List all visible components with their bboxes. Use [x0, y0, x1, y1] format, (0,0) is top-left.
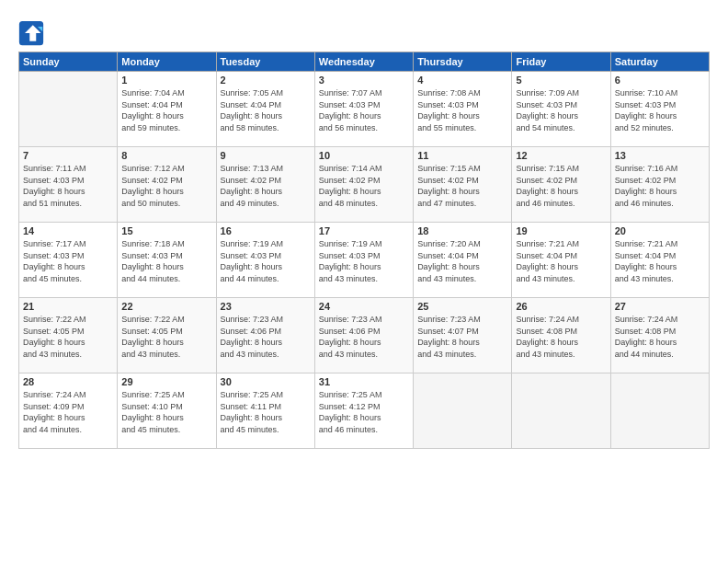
day-number: 21: [23, 301, 113, 312]
day-number: 18: [417, 225, 507, 236]
day-info: Sunrise: 7:05 AM Sunset: 4:04 PM Dayligh…: [221, 87, 311, 133]
day-number: 10: [319, 150, 409, 161]
day-info: Sunrise: 7:22 AM Sunset: 4:05 PM Dayligh…: [121, 314, 211, 360]
day-number: 15: [121, 225, 211, 236]
day-info: Sunrise: 7:11 AM Sunset: 4:03 PM Dayligh…: [23, 163, 113, 209]
day-info: Sunrise: 7:22 AM Sunset: 4:05 PM Dayligh…: [23, 314, 113, 360]
day-number: 22: [121, 301, 211, 312]
day-info: Sunrise: 7:24 AM Sunset: 4:08 PM Dayligh…: [516, 314, 606, 360]
day-number: 13: [615, 150, 705, 161]
day-info: Sunrise: 7:23 AM Sunset: 4:06 PM Dayligh…: [221, 314, 311, 360]
calendar-cell: 25Sunrise: 7:23 AM Sunset: 4:07 PM Dayli…: [414, 298, 512, 373]
calendar-cell: 24Sunrise: 7:23 AM Sunset: 4:06 PM Dayli…: [314, 298, 413, 373]
calendar-cell: [19, 72, 118, 147]
calendar-cell: 10Sunrise: 7:14 AM Sunset: 4:02 PM Dayli…: [314, 147, 413, 223]
calendar-cell: 29Sunrise: 7:25 AM Sunset: 4:10 PM Dayli…: [118, 373, 216, 449]
calendar-cell: 23Sunrise: 7:23 AM Sunset: 4:06 PM Dayli…: [216, 298, 314, 373]
calendar-cell: 20Sunrise: 7:21 AM Sunset: 4:04 PM Dayli…: [610, 223, 709, 298]
calendar-cell: 31Sunrise: 7:25 AM Sunset: 4:12 PM Dayli…: [314, 373, 413, 449]
calendar-cell: 15Sunrise: 7:18 AM Sunset: 4:03 PM Dayli…: [118, 223, 216, 298]
calendar-cell: 5Sunrise: 7:09 AM Sunset: 4:03 PM Daylig…: [512, 72, 610, 147]
calendar-cell: 22Sunrise: 7:22 AM Sunset: 4:05 PM Dayli…: [118, 298, 216, 373]
day-number: 19: [516, 225, 606, 236]
logo: [18, 20, 48, 46]
calendar-cell: 3Sunrise: 7:07 AM Sunset: 4:03 PM Daylig…: [314, 72, 413, 147]
calendar-cell: 2Sunrise: 7:05 AM Sunset: 4:04 PM Daylig…: [216, 72, 314, 147]
header-day-saturday: Saturday: [610, 52, 709, 72]
day-info: Sunrise: 7:20 AM Sunset: 4:04 PM Dayligh…: [417, 238, 507, 284]
day-info: Sunrise: 7:25 AM Sunset: 4:10 PM Dayligh…: [121, 389, 211, 435]
calendar-cell: 7Sunrise: 7:11 AM Sunset: 4:03 PM Daylig…: [19, 147, 118, 223]
calendar-cell: 14Sunrise: 7:17 AM Sunset: 4:03 PM Dayli…: [19, 223, 118, 298]
calendar-cell: 6Sunrise: 7:10 AM Sunset: 4:03 PM Daylig…: [610, 72, 709, 147]
header: [18, 17, 710, 46]
calendar-cell: 26Sunrise: 7:24 AM Sunset: 4:08 PM Dayli…: [512, 298, 610, 373]
day-number: 11: [417, 150, 507, 161]
day-info: Sunrise: 7:25 AM Sunset: 4:11 PM Dayligh…: [221, 389, 311, 435]
day-info: Sunrise: 7:19 AM Sunset: 4:03 PM Dayligh…: [319, 238, 409, 284]
day-number: 20: [615, 225, 705, 236]
week-row-4: 21Sunrise: 7:22 AM Sunset: 4:05 PM Dayli…: [19, 298, 710, 373]
day-number: 3: [319, 75, 409, 86]
day-number: 12: [516, 150, 606, 161]
calendar-cell: 18Sunrise: 7:20 AM Sunset: 4:04 PM Dayli…: [414, 223, 512, 298]
day-number: 25: [417, 301, 507, 312]
day-number: 24: [319, 301, 409, 312]
day-info: Sunrise: 7:16 AM Sunset: 4:02 PM Dayligh…: [615, 163, 705, 209]
logo-icon: [18, 20, 44, 46]
day-number: 27: [615, 301, 705, 312]
calendar-cell: 30Sunrise: 7:25 AM Sunset: 4:11 PM Dayli…: [216, 373, 314, 449]
day-info: Sunrise: 7:15 AM Sunset: 4:02 PM Dayligh…: [516, 163, 606, 209]
day-number: 8: [121, 150, 211, 161]
header-day-sunday: Sunday: [19, 52, 118, 72]
day-number: 5: [516, 75, 606, 86]
day-info: Sunrise: 7:07 AM Sunset: 4:03 PM Dayligh…: [319, 87, 409, 133]
calendar-cell: 19Sunrise: 7:21 AM Sunset: 4:04 PM Dayli…: [512, 223, 610, 298]
day-number: 1: [121, 75, 211, 86]
day-info: Sunrise: 7:18 AM Sunset: 4:03 PM Dayligh…: [121, 238, 211, 284]
day-info: Sunrise: 7:09 AM Sunset: 4:03 PM Dayligh…: [516, 87, 606, 133]
day-number: 23: [221, 301, 311, 312]
calendar-cell: [512, 373, 610, 449]
day-number: 26: [516, 301, 606, 312]
day-info: Sunrise: 7:15 AM Sunset: 4:02 PM Dayligh…: [417, 163, 507, 209]
calendar-cell: 12Sunrise: 7:15 AM Sunset: 4:02 PM Dayli…: [512, 147, 610, 223]
calendar-cell: 27Sunrise: 7:24 AM Sunset: 4:08 PM Dayli…: [610, 298, 709, 373]
calendar-cell: 17Sunrise: 7:19 AM Sunset: 4:03 PM Dayli…: [314, 223, 413, 298]
calendar-cell: 11Sunrise: 7:15 AM Sunset: 4:02 PM Dayli…: [414, 147, 512, 223]
day-info: Sunrise: 7:04 AM Sunset: 4:04 PM Dayligh…: [121, 87, 211, 133]
day-info: Sunrise: 7:14 AM Sunset: 4:02 PM Dayligh…: [319, 163, 409, 209]
header-day-monday: Monday: [118, 52, 216, 72]
week-row-2: 7Sunrise: 7:11 AM Sunset: 4:03 PM Daylig…: [19, 147, 710, 223]
week-row-1: 1Sunrise: 7:04 AM Sunset: 4:04 PM Daylig…: [19, 72, 710, 147]
header-day-thursday: Thursday: [414, 52, 512, 72]
day-number: 30: [221, 376, 311, 387]
calendar-cell: 28Sunrise: 7:24 AM Sunset: 4:09 PM Dayli…: [19, 373, 118, 449]
header-day-tuesday: Tuesday: [216, 52, 314, 72]
page: SundayMondayTuesdayWednesdayThursdayFrid…: [0, 0, 728, 563]
week-row-3: 14Sunrise: 7:17 AM Sunset: 4:03 PM Dayli…: [19, 223, 710, 298]
day-number: 7: [23, 150, 113, 161]
calendar-table: SundayMondayTuesdayWednesdayThursdayFrid…: [18, 52, 710, 449]
day-number: 17: [319, 225, 409, 236]
week-row-5: 28Sunrise: 7:24 AM Sunset: 4:09 PM Dayli…: [19, 373, 710, 449]
day-info: Sunrise: 7:25 AM Sunset: 4:12 PM Dayligh…: [319, 389, 409, 435]
day-number: 2: [221, 75, 311, 86]
day-number: 14: [23, 225, 113, 236]
day-info: Sunrise: 7:24 AM Sunset: 4:09 PM Dayligh…: [23, 389, 113, 435]
calendar-cell: [414, 373, 512, 449]
header-day-wednesday: Wednesday: [314, 52, 413, 72]
day-info: Sunrise: 7:23 AM Sunset: 4:07 PM Dayligh…: [417, 314, 507, 360]
calendar-cell: 8Sunrise: 7:12 AM Sunset: 4:02 PM Daylig…: [118, 147, 216, 223]
day-number: 4: [417, 75, 507, 86]
calendar-cell: 16Sunrise: 7:19 AM Sunset: 4:03 PM Dayli…: [216, 223, 314, 298]
header-row: SundayMondayTuesdayWednesdayThursdayFrid…: [19, 52, 710, 72]
calendar-cell: 13Sunrise: 7:16 AM Sunset: 4:02 PM Dayli…: [610, 147, 709, 223]
calendar-cell: 9Sunrise: 7:13 AM Sunset: 4:02 PM Daylig…: [216, 147, 314, 223]
calendar-cell: 1Sunrise: 7:04 AM Sunset: 4:04 PM Daylig…: [118, 72, 216, 147]
day-number: 9: [221, 150, 311, 161]
day-number: 28: [23, 376, 113, 387]
day-info: Sunrise: 7:24 AM Sunset: 4:08 PM Dayligh…: [615, 314, 705, 360]
day-info: Sunrise: 7:08 AM Sunset: 4:03 PM Dayligh…: [417, 87, 507, 133]
day-number: 31: [319, 376, 409, 387]
